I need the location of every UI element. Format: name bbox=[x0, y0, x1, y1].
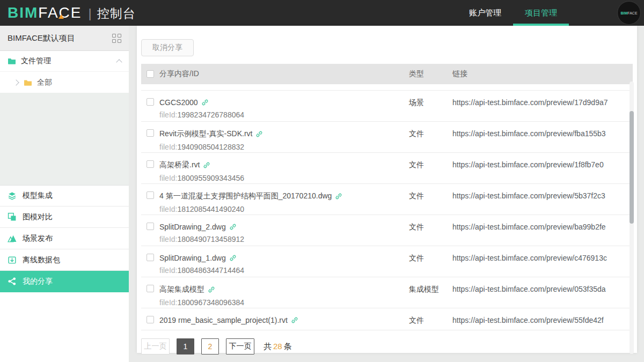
file-id: fileId:1800955909343456 bbox=[159, 174, 409, 182]
table-header: 分享内容/ID 类型 链接 bbox=[141, 64, 633, 84]
tree-item-file-management[interactable]: 文件管理 bbox=[0, 51, 129, 72]
tree-item-label: 文件管理 bbox=[21, 56, 117, 66]
link-icon[interactable] bbox=[208, 286, 215, 293]
pagination: 上一页 1 2 下一页 共28条 bbox=[141, 338, 633, 354]
scene-icon bbox=[8, 234, 17, 243]
row-link-cell[interactable] bbox=[452, 84, 627, 90]
file-name[interactable]: SplitDrawing_1.dwg bbox=[159, 254, 226, 262]
page-button-2[interactable]: 2 bbox=[201, 338, 219, 354]
file-id-value: 1808486344714464 bbox=[177, 266, 244, 275]
link-icon[interactable] bbox=[229, 223, 237, 231]
nav-project-management[interactable]: 项目管理 bbox=[513, 0, 569, 26]
row-link-cell[interactable]: https://api-test.bimface.com/preview/55f… bbox=[452, 308, 627, 330]
sidebar-item-scene-publish[interactable]: 场景发布 bbox=[0, 228, 129, 249]
file-id-label: fileId: bbox=[159, 235, 177, 243]
topbar: BIM FACE | 控制台 账户管理 项目管理 BIMFACE bbox=[0, 0, 644, 26]
file-id-label: fileId: bbox=[159, 110, 177, 119]
sidebar: BIMFACE默认项目 文件管理 全部 模型集成 bbox=[0, 26, 129, 362]
row-link-cell[interactable]: https://api-test.bimface.com/preview/ba9… bbox=[452, 215, 627, 246]
file-id: fileId:1808486344714464 bbox=[159, 266, 409, 275]
user-avatar[interactable]: BIMFACE bbox=[617, 1, 641, 25]
link-icon[interactable] bbox=[291, 316, 298, 324]
row-link-cell[interactable]: https://api-test.bimface.com/preview/17d… bbox=[452, 91, 627, 121]
file-id-value: 1808490713458912 bbox=[177, 235, 244, 243]
file-name[interactable]: CGCS2000 bbox=[159, 98, 198, 107]
file-id: fileId:1808490713458912 bbox=[159, 235, 409, 243]
row-link-cell[interactable]: https://api-test.bimface.com/preview/1f8… bbox=[452, 153, 627, 183]
row-type-cell: 文件 bbox=[409, 246, 452, 277]
link-icon[interactable] bbox=[255, 130, 263, 138]
column-type: 类型 bbox=[409, 69, 452, 79]
tree-item-label: 全部 bbox=[37, 78, 121, 87]
menu-item-label: 场景发布 bbox=[23, 234, 53, 243]
file-id-value: 1800967348096384 bbox=[177, 298, 244, 307]
sidebar-item-offline-package[interactable]: 离线数据包 bbox=[0, 249, 129, 271]
row-checkbox[interactable] bbox=[147, 98, 154, 106]
row-checkbox[interactable] bbox=[147, 191, 154, 199]
table-scrollbar bbox=[630, 82, 634, 354]
chevron-right-icon[interactable] bbox=[13, 79, 19, 85]
file-name[interactable]: Revit示例模型-真实-SDK.rvt bbox=[159, 129, 252, 139]
row-content-cell: CGCS2000 fileId:1998234726788064 bbox=[159, 91, 409, 121]
offline-package-icon bbox=[8, 255, 17, 264]
folder-teal-icon bbox=[8, 57, 16, 65]
table-row: CGCS2000 fileId:1998234726788064 场景 http… bbox=[141, 91, 633, 122]
row-link-cell[interactable]: https://api-test.bimface.com/preview/c47… bbox=[452, 246, 627, 277]
link-icon[interactable] bbox=[229, 254, 237, 262]
chevron-up-icon[interactable] bbox=[116, 59, 122, 65]
prev-page-button[interactable]: 上一页 bbox=[141, 338, 170, 354]
row-checkbox[interactable] bbox=[147, 285, 154, 292]
sidebar-filler bbox=[0, 93, 129, 185]
project-grid-icon[interactable] bbox=[112, 34, 121, 43]
sidebar-item-model-integration[interactable]: 模型集成 bbox=[0, 185, 129, 206]
file-name[interactable]: SplitDrawing_2.dwg bbox=[159, 223, 226, 231]
table-body: fileId:1954226777662432 CGCS2000 fileId:… bbox=[141, 84, 633, 330]
logo-orange-triangle-icon bbox=[58, 14, 64, 19]
page-button-1[interactable]: 1 bbox=[177, 338, 194, 354]
nav-account-management[interactable]: 账户管理 bbox=[457, 0, 513, 26]
row-checkbox[interactable] bbox=[147, 129, 154, 137]
project-title: BIMFACE默认项目 bbox=[8, 33, 112, 43]
row-checkbox[interactable] bbox=[147, 316, 154, 323]
main-panel: 取消分享 分享内容/ID 类型 链接 fileId:19542267776624… bbox=[137, 26, 637, 353]
link-icon[interactable] bbox=[335, 193, 342, 200]
row-checkbox[interactable] bbox=[147, 254, 154, 261]
logo-console-text: 控制台 bbox=[97, 5, 136, 22]
table-row: 高架桥梁.rvt fileId:1800955909343456 文件 http… bbox=[141, 153, 633, 184]
link-icon[interactable] bbox=[201, 99, 209, 106]
row-type-cell: 集成模型 bbox=[409, 277, 452, 308]
scrollbar-thumb[interactable] bbox=[630, 111, 634, 224]
file-id-label: fileId: bbox=[159, 205, 177, 213]
cancel-share-button[interactable]: 取消分享 bbox=[141, 39, 194, 56]
row-link-cell[interactable]: https://api-test.bimface.com/preview/5b3… bbox=[452, 184, 627, 215]
file-id-value: 1998234726788064 bbox=[177, 110, 244, 119]
next-page-button[interactable]: 下一页 bbox=[226, 338, 254, 354]
row-type-cell: 文件 bbox=[409, 153, 452, 183]
file-name[interactable]: 高架桥梁.rvt bbox=[159, 160, 200, 170]
file-name[interactable]: 2019 rme_basic_sample_project(1).rvt bbox=[159, 316, 288, 324]
menu-item-label: 模型集成 bbox=[23, 191, 53, 201]
link-icon[interactable] bbox=[203, 161, 210, 169]
row-checkbox[interactable] bbox=[147, 160, 154, 168]
file-name[interactable]: 4 第一道混凝土支撑围护结构平面图_20170210.dwg bbox=[159, 191, 332, 201]
column-link: 链接 bbox=[452, 69, 627, 79]
row-link-cell[interactable]: https://api-test.bimface.com/preview/fba… bbox=[452, 122, 627, 152]
menu-item-label: 图模对比 bbox=[23, 212, 53, 222]
row-content-cell: 高架桥梁.rvt fileId:1800955909343456 bbox=[159, 153, 409, 183]
tree-item-all[interactable]: 全部 bbox=[0, 72, 129, 93]
column-share-content-id: 分享内容/ID bbox=[159, 69, 409, 79]
row-link-cell[interactable]: https://api-test.bimface.com/preview/053… bbox=[452, 277, 627, 308]
file-tree: 文件管理 全部 bbox=[0, 51, 129, 93]
row-checkbox[interactable] bbox=[147, 223, 154, 230]
total-count-number: 28 bbox=[273, 342, 282, 351]
row-type-cell: 文件 bbox=[409, 308, 452, 330]
menu-item-label: 我的分享 bbox=[23, 277, 53, 286]
row-content-cell: SplitDrawing_2.dwg fileId:18084907134589… bbox=[159, 215, 409, 246]
table-row: Revit示例模型-真实-SDK.rvt fileId:194090850412… bbox=[141, 122, 633, 153]
sidebar-item-my-shares[interactable]: 我的分享 bbox=[0, 271, 129, 292]
sidebar-item-drawing-model-compare[interactable]: 图模对比 bbox=[0, 206, 129, 228]
file-name[interactable]: 高架集成模型 bbox=[159, 285, 204, 294]
bimface-logo: BIM FACE | 控制台 bbox=[0, 4, 136, 22]
row-type-cell bbox=[409, 84, 452, 90]
select-all-checkbox[interactable] bbox=[147, 70, 154, 78]
